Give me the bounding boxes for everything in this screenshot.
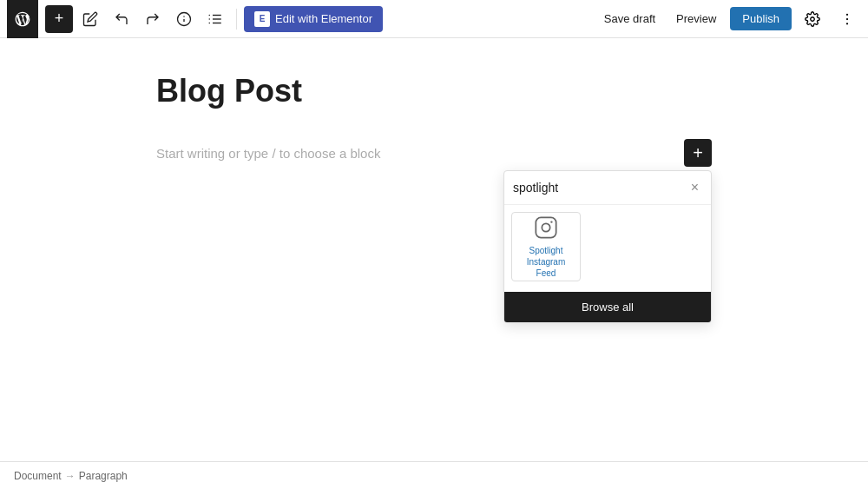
- svg-rect-13: [536, 217, 556, 237]
- block-results: Spotlight Instagram Feed: [504, 205, 711, 292]
- svg-point-10: [846, 13, 848, 15]
- add-block-button[interactable]: +: [684, 139, 712, 167]
- svg-point-11: [846, 17, 848, 19]
- bottom-bar: Document → Paragraph: [0, 461, 868, 489]
- add-block-toolbar-button[interactable]: +: [45, 5, 73, 33]
- plus-icon: +: [55, 10, 64, 28]
- edit-with-elementor-button[interactable]: E Edit with Elementor: [244, 6, 383, 32]
- publish-button[interactable]: Publish: [730, 7, 792, 30]
- breadcrumb-document[interactable]: Document: [14, 470, 62, 482]
- list-view-button[interactable]: [201, 5, 229, 33]
- elementor-icon: E: [254, 11, 270, 27]
- tools-button[interactable]: [76, 5, 104, 33]
- gear-icon: [805, 11, 820, 27]
- plus-icon: +: [693, 144, 703, 162]
- svg-point-15: [550, 221, 552, 222]
- preview-button[interactable]: Preview: [669, 7, 723, 30]
- instagram-icon: [530, 215, 562, 240]
- ellipsis-icon: [839, 11, 855, 27]
- placeholder-text: Start writing or type / to choose a bloc…: [156, 146, 380, 161]
- block-search-input[interactable]: [513, 181, 687, 195]
- undo-icon: [114, 11, 129, 27]
- toolbar: + E Edit with Elementor Save draft Previ…: [0, 0, 868, 38]
- info-icon: [176, 11, 192, 27]
- block-label: Spotlight Instagram Feed: [519, 245, 573, 279]
- spotlight-instagram-block-item[interactable]: Spotlight Instagram Feed: [511, 212, 581, 281]
- list-icon: [207, 11, 223, 27]
- svg-point-12: [846, 23, 848, 24]
- block-search-popup: × Spotlight Instagram Feed: [503, 170, 712, 323]
- search-input-row: ×: [504, 171, 711, 205]
- svg-point-14: [542, 223, 549, 231]
- wp-logo: [7, 0, 38, 38]
- redo-button[interactable]: [139, 5, 167, 33]
- redo-icon: [145, 11, 161, 27]
- toolbar-right-actions: Save draft Preview Publish: [597, 5, 861, 33]
- block-placeholder: Start writing or type / to choose a bloc…: [156, 135, 712, 170]
- editor-area: Blog Post Start writing or type / to cho…: [156, 73, 712, 170]
- undo-button[interactable]: [108, 5, 135, 33]
- pencil-icon: [82, 11, 98, 27]
- save-draft-button[interactable]: Save draft: [597, 7, 662, 30]
- wordpress-icon: [14, 10, 31, 28]
- post-title[interactable]: Blog Post: [156, 73, 712, 109]
- breadcrumb-separator: →: [65, 470, 76, 482]
- toolbar-separator: [236, 9, 237, 30]
- elementor-btn-label: Edit with Elementor: [275, 12, 372, 25]
- more-options-button[interactable]: [833, 5, 861, 33]
- elementor-e-icon: E: [260, 14, 266, 23]
- browse-all-button[interactable]: Browse all: [504, 292, 711, 322]
- breadcrumb-paragraph[interactable]: Paragraph: [79, 470, 128, 482]
- svg-point-9: [811, 17, 815, 21]
- clear-search-button[interactable]: ×: [687, 178, 702, 197]
- settings-button[interactable]: [799, 5, 826, 33]
- main-editor: Blog Post Start writing or type / to cho…: [0, 38, 868, 461]
- info-button[interactable]: [170, 5, 198, 33]
